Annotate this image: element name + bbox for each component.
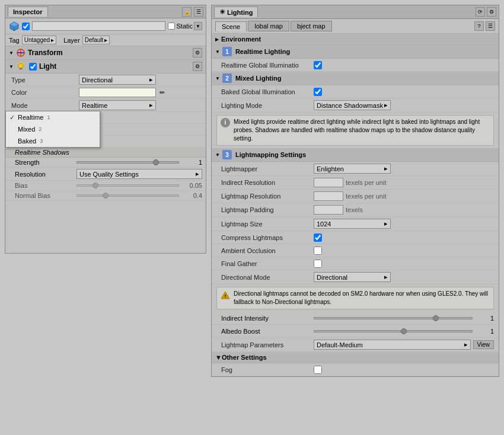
mode-option-baked[interactable]: Baked 3	[6, 135, 100, 147]
baked-gi-label: Baked Global Illumination	[221, 88, 310, 95]
strength-slider-track[interactable]	[76, 161, 179, 164]
lighting-tab-icons: ⟳ ⚙	[476, 7, 496, 17]
transform-collapse-icon: ▼	[9, 50, 14, 56]
subtab-bar: Scene lobal map bject map ? ☰	[212, 19, 499, 34]
bias-slider-thumb[interactable]	[92, 183, 98, 188]
realtime-gi-value	[314, 61, 494, 69]
indirect-intensity-track[interactable]	[314, 317, 473, 319]
resolution-select[interactable]: Use Quality Settings ▸	[76, 169, 202, 179]
type-select[interactable]: Directional ▸	[79, 75, 156, 85]
mode-select[interactable]: Realtime ▸	[79, 100, 156, 110]
mixed-lighting-info: i Mixed lights provide realtime direct l…	[216, 115, 494, 146]
realtime-lighting-section-header[interactable]: ▼ 1 Realtime Lighting	[212, 45, 499, 59]
lightmap-resolution-value: 40 texels per unit	[314, 191, 494, 201]
color-field[interactable]	[79, 88, 156, 97]
strength-slider-thumb[interactable]	[153, 159, 159, 165]
normal-bias-slider-thumb[interactable]	[103, 193, 109, 199]
lightmapper-row: Lightmapper Enlighten ▸	[212, 162, 499, 176]
lightmap-padding-input[interactable]: 2	[314, 205, 343, 215]
bias-value: 0.05	[181, 182, 202, 189]
mode-option-realtime[interactable]: Realtime 1	[6, 111, 100, 123]
mixed-lighting-section-header[interactable]: ▼ 2 Mixed Lighting	[212, 72, 499, 85]
mixed-collapse-icon: ▼	[215, 76, 220, 81]
final-gather-checkbox[interactable]	[314, 260, 322, 268]
lighting-refresh-icon[interactable]: ⟳	[476, 7, 485, 17]
static-dropdown-arrow[interactable]: ▼	[194, 22, 202, 30]
color-picker-icon[interactable]: ✏	[160, 89, 165, 97]
mode-prop-row: Mode Realtime ▸ Realtime 1 Mixed 2 Baked…	[5, 99, 206, 112]
directional-warning-text: Directional lightmaps cannot be decoded …	[234, 290, 490, 306]
albedo-boost-thumb[interactable]	[401, 328, 407, 334]
lightmap-padding-row: Lightmap Padding 2 texels	[212, 203, 499, 217]
indirect-intensity-thumb[interactable]	[433, 315, 439, 321]
directional-mode-select[interactable]: Directional ▸	[314, 272, 391, 282]
albedo-boost-track[interactable]	[314, 330, 473, 332]
lightmap-resolution-input[interactable]: 40	[314, 191, 343, 201]
fog-label: Fog	[221, 366, 310, 373]
realtime-collapse-icon: ▼	[215, 49, 220, 55]
ambient-occlusion-value	[314, 247, 494, 255]
directional-warning-box: ! Directional lightmaps cannot be decode…	[216, 287, 494, 309]
color-label: Color	[11, 89, 76, 96]
lock-icon[interactable]: 🔒	[182, 7, 192, 17]
lightmap-size-label: Lightmap Size	[221, 220, 310, 228]
object-name-input[interactable]: Directional Light	[32, 21, 165, 31]
static-checkbox[interactable]	[168, 23, 175, 30]
lightmapper-select[interactable]: Enlighten ▸	[314, 164, 391, 174]
mode-option-mixed[interactable]: Mixed 2	[6, 123, 100, 135]
indirect-resolution-label: Indirect Resolution	[221, 179, 310, 186]
indirect-intensity-row: Indirect Intensity 1	[212, 312, 499, 325]
lightmap-resolution-row: Lightmap Resolution 40 texels per unit	[212, 190, 499, 203]
lightmapping-section-header[interactable]: ▼ 3 Lightmapping Settings	[212, 148, 499, 162]
lighting-tab[interactable]: ☀ Lighting	[214, 7, 258, 17]
transform-settings-icon[interactable]: ⚙	[193, 48, 202, 57]
inspector-tab[interactable]: Inspector	[8, 7, 48, 17]
strength-slider-row: Strength 1	[5, 158, 206, 168]
resolution-row: Resolution Use Quality Settings ▸	[5, 168, 206, 181]
transform-component-header[interactable]: ▼ Transform ⚙	[5, 46, 206, 60]
compress-lightmaps-row: Compress Lightmaps	[212, 231, 499, 244]
object-active-checkbox[interactable]	[22, 23, 30, 30]
albedo-boost-label: Albedo Boost	[221, 328, 310, 335]
compress-lightmaps-checkbox[interactable]	[314, 234, 322, 242]
ambient-occlusion-checkbox[interactable]	[314, 247, 322, 255]
normal-bias-slider-track[interactable]	[76, 194, 179, 197]
light-active-checkbox[interactable]	[29, 63, 37, 71]
tag-select[interactable]: Untagged ▸	[22, 36, 56, 44]
final-gather-label: Final Gather	[221, 260, 310, 267]
fog-checkbox[interactable]	[314, 366, 322, 374]
environment-section-header[interactable]: ▶ Environment	[212, 34, 499, 45]
type-prop-row: Type Directional ▸	[5, 73, 206, 87]
baked-gi-checkbox[interactable]	[314, 88, 322, 96]
subtab-object-map[interactable]: bject map	[291, 21, 332, 31]
bias-slider-track[interactable]	[76, 184, 179, 187]
realtime-shadows-header: Realtime Shadows	[5, 148, 206, 158]
lighting-mode-select[interactable]: Distance Shadowmask ▸	[314, 100, 391, 110]
final-gather-value	[314, 260, 494, 268]
object-active-checkbox-label	[22, 23, 30, 30]
lightmap-params-view-btn[interactable]: View	[473, 340, 495, 349]
realtime-gi-checkbox[interactable]	[314, 61, 322, 69]
type-label: Type	[11, 76, 76, 84]
context-menu-icon[interactable]: ☰	[194, 7, 203, 17]
other-settings-collapse-icon: ▼	[215, 354, 222, 361]
indirect-resolution-input[interactable]: 2	[314, 178, 343, 187]
light-settings-icon[interactable]: ⚙	[193, 62, 202, 71]
type-select-arrow: ▸	[149, 76, 153, 84]
lighting-settings-icon[interactable]: ⚙	[487, 7, 496, 17]
subtab-help-icon[interactable]: ?	[474, 21, 484, 31]
lightmap-params-select[interactable]: Default-Medium ▸	[314, 340, 471, 350]
object-cube-icon	[9, 21, 20, 31]
other-settings-header[interactable]: ▼ Other Settings	[212, 352, 499, 363]
inspector-tab-icons: 🔒 ☰	[182, 7, 203, 17]
lighting-panel: ☀ Lighting ⟳ ⚙ Scene lobal map bject map…	[211, 5, 499, 377]
svg-line-9	[23, 63, 24, 64]
layer-select[interactable]: Default ▸	[82, 36, 110, 44]
light-component-header[interactable]: ▼ Light ⚙	[5, 60, 206, 73]
lightmap-size-select[interactable]: 1024 ▸	[314, 219, 391, 229]
transform-title: Transform	[28, 49, 63, 57]
subtab-menu-icon[interactable]: ☰	[486, 21, 495, 31]
subtab-scene[interactable]: Scene	[215, 21, 247, 31]
subtab-global-map[interactable]: lobal map	[248, 21, 289, 31]
realtime-shadows-label: Realtime Shadows	[15, 149, 69, 156]
